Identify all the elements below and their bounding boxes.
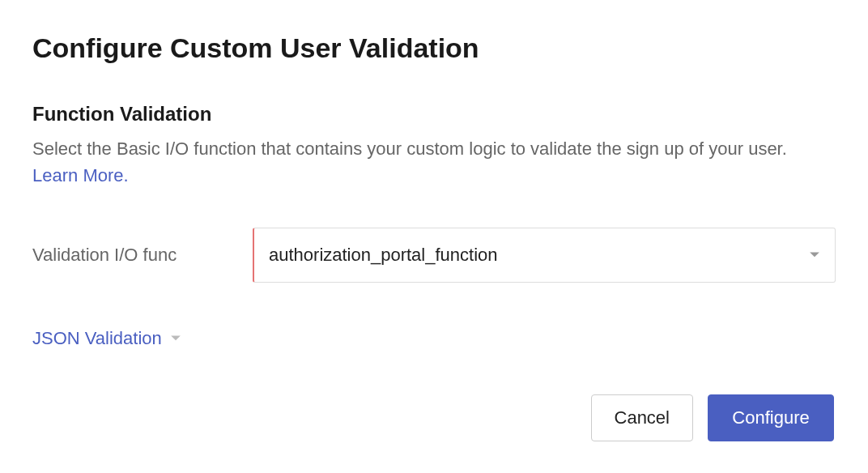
button-row: Cancel Configure <box>32 394 836 441</box>
learn-more-link[interactable]: Learn More. <box>32 165 129 185</box>
validation-func-row: Validation I/O func authorization_portal… <box>32 228 836 283</box>
chevron-down-icon <box>809 248 820 262</box>
validation-func-dropdown[interactable]: authorization_portal_function <box>253 228 836 283</box>
json-validation-label: JSON Validation <box>32 328 162 349</box>
section-desc-text: Select the Basic I/O function that conta… <box>32 138 787 159</box>
page-title: Configure Custom User Validation <box>32 32 836 64</box>
chevron-down-icon <box>170 331 181 346</box>
section-description: Select the Basic I/O function that conta… <box>32 135 836 189</box>
validation-func-label: Validation I/O func <box>32 245 253 266</box>
configure-button[interactable]: Configure <box>708 394 834 441</box>
dropdown-selected-value: authorization_portal_function <box>269 245 498 266</box>
section-title: Function Validation <box>32 103 836 126</box>
cancel-button[interactable]: Cancel <box>591 394 693 441</box>
json-validation-toggle[interactable]: JSON Validation <box>32 328 181 349</box>
